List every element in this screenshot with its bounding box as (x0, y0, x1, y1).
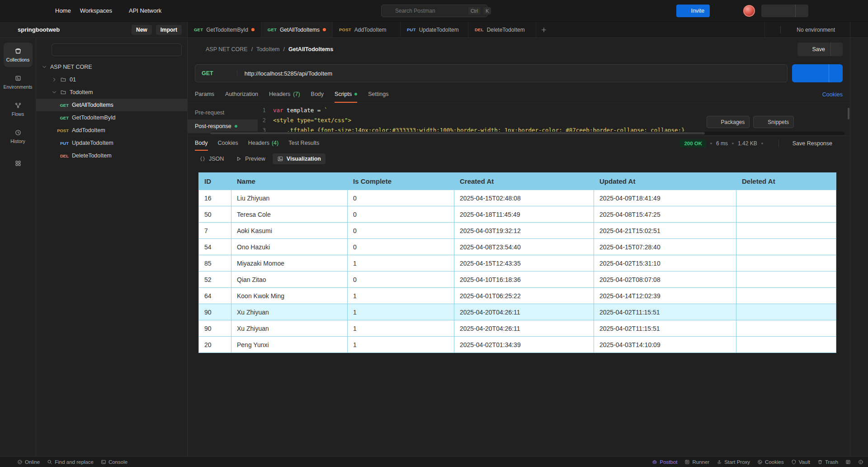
breadcrumb-segment[interactable]: TodoItem (256, 46, 279, 52)
new-tab-button[interactable] (536, 22, 552, 38)
tree-request-deletetodoitem[interactable]: DELDeleteTodoItem (36, 149, 187, 162)
table-row[interactable]: 20Peng Yunxi12025-04-02T01:34:392025-04-… (199, 337, 836, 353)
sidebar-rail-item-history[interactable]: History (4, 124, 33, 148)
request-tab-body[interactable]: Body (311, 86, 324, 103)
window-minimize-button[interactable] (817, 4, 831, 18)
chevron-down-icon[interactable] (833, 71, 839, 76)
statusbar-console[interactable]: Console (101, 459, 127, 465)
request-tab-authorization[interactable]: Authorization (225, 86, 258, 103)
tab-deletetodoitem[interactable]: DELDeleteTodoItem (468, 22, 536, 38)
tab-addtodoitem[interactable]: POSTAddTodoItem (333, 22, 401, 38)
editor-horizontal-scrollbar[interactable] (210, 132, 844, 135)
chevron-down-icon[interactable] (799, 8, 805, 14)
request-tab-params[interactable]: Params (195, 86, 214, 103)
upgrade-button[interactable]: Upgrade (761, 5, 808, 17)
statusbar-find-and-replace[interactable]: Find and replace (47, 459, 94, 465)
table-row[interactable]: 52Qian Zitao02025-04-10T16:18:362025-04-… (199, 272, 836, 288)
import-button[interactable]: Import (156, 25, 182, 35)
hamburger-menu-icon[interactable] (6, 7, 14, 14)
response-tab-headers[interactable]: Headers(4) (248, 136, 279, 151)
invite-button[interactable]: Invite (676, 5, 710, 17)
statusbar-layout-button[interactable] (845, 459, 851, 465)
nav-forward-icon[interactable] (39, 7, 46, 14)
tab-updatetodoitem[interactable]: PUTUpdateTodoItem (401, 22, 468, 38)
response-tab-cookies[interactable]: Cookies (218, 136, 238, 151)
info-button[interactable] (850, 134, 868, 156)
wrap-code-icon[interactable] (809, 156, 816, 162)
tab-gettodoitembyid[interactable]: GETGetTodoItemById (188, 22, 261, 38)
nav-back-icon[interactable] (23, 7, 30, 14)
tree-folder-01[interactable]: 01 (36, 73, 187, 86)
refresh-icon[interactable] (823, 156, 829, 162)
statusbar-runner[interactable]: Runner (684, 459, 709, 465)
editor-vertical-scrollbar[interactable] (848, 108, 849, 119)
table-row[interactable]: 85Miyazaki Momoe12025-04-15T12:43:352025… (199, 255, 836, 272)
tree-request-gettodoitembyid[interactable]: GETGetTodoItemById (36, 111, 187, 124)
sidebar-rail-item-flows[interactable]: Flows (4, 97, 33, 121)
response-tab-body[interactable]: Body (195, 136, 208, 151)
packages-button[interactable]: Packages (707, 116, 750, 128)
settings-gear-icon[interactable] (716, 7, 723, 14)
editor-options-button[interactable] (813, 116, 826, 128)
view-json[interactable]: JSON (195, 153, 228, 164)
sidebar-rail-item-environments[interactable]: Environments (4, 70, 33, 94)
tree-request-addtodoitem[interactable]: POSTAddTodoItem (36, 124, 187, 137)
tree-folder-todoitem[interactable]: TodoItem (36, 86, 187, 99)
table-row[interactable]: 50Teresa Cole02025-04-18T11:45:492025-04… (199, 206, 836, 223)
cookies-link[interactable]: Cookies (822, 91, 843, 98)
statusbar-start-proxy[interactable]: Start Proxy (717, 459, 750, 465)
window-restore-button[interactable] (833, 4, 846, 18)
request-tab-settings[interactable]: Settings (368, 86, 388, 103)
save-response-button[interactable]: Save Response (783, 140, 832, 147)
method-dropdown[interactable]: GET (195, 70, 237, 76)
search-input[interactable] (395, 8, 465, 14)
table-row[interactable]: 54Ono Hazuki02025-04-08T23:54:402025-04-… (199, 239, 836, 255)
sidebar-rail-item-more-grid[interactable] (4, 151, 33, 176)
user-avatar[interactable] (743, 5, 755, 17)
global-search[interactable]: Ctrl K (381, 5, 488, 17)
response-history-clock-icon[interactable] (329, 140, 335, 147)
statusbar-vault[interactable]: Vault (791, 459, 810, 465)
statusbar-cookies[interactable]: Cookies (757, 459, 784, 465)
request-tab-scripts[interactable]: Scripts (335, 86, 357, 103)
copy-link-icon[interactable] (836, 156, 843, 162)
table-row[interactable]: 90Xu Zhiyuan12025-04-20T04:26:112025-04-… (199, 304, 836, 320)
comments-button[interactable] (850, 69, 868, 91)
nav-workspaces[interactable]: Workspaces (80, 7, 120, 14)
environment-quick-look-icon[interactable] (856, 27, 863, 33)
statusbar-postbot[interactable]: Postbot (652, 459, 677, 465)
window-close-button[interactable] (848, 4, 862, 18)
statusbar-online[interactable]: Online (17, 459, 40, 465)
nav-home[interactable]: Home (55, 7, 71, 14)
statusbar-trash[interactable]: Trash (817, 459, 838, 465)
table-row[interactable]: 16Liu Zhiyuan02025-04-15T02:48:082025-04… (199, 190, 836, 206)
collection-filter-box[interactable] (52, 43, 182, 56)
request-tab-headers[interactable]: Headers(7) (269, 86, 300, 103)
tree-root-asp-net-core[interactable]: ASP NET CORE (36, 61, 187, 73)
notifications-bell-icon[interactable] (730, 7, 737, 14)
pre-request-tab[interactable]: Pre-request (188, 106, 258, 119)
related-requests-button[interactable] (850, 112, 868, 134)
post-response-tab[interactable]: Post-response (188, 119, 258, 133)
tab-getalltodoitems[interactable]: GETGetAllTodoItems (261, 22, 333, 38)
response-more-options-icon[interactable] (836, 140, 843, 147)
snippets-button[interactable]: Snippets (753, 116, 794, 128)
breadcrumb-segment[interactable]: ASP NET CORE (206, 46, 248, 52)
collection-filter-input[interactable] (65, 47, 178, 53)
breadcrumb-segment[interactable]: GetAllTodoItems (288, 46, 333, 52)
tree-request-getalltodoitems[interactable]: GETGetAllTodoItems (36, 99, 187, 111)
table-row[interactable]: 64Koon Kwok Ming12025-04-01T06:25:222025… (199, 288, 836, 304)
tree-request-updatetodoitem[interactable]: PUTUpdateTodoItem (36, 137, 187, 149)
new-button[interactable]: New (132, 25, 152, 35)
table-row[interactable]: 7Aoki Kasumi02025-04-03T19:32:122025-04-… (199, 223, 836, 239)
add-collection-plus-icon[interactable] (41, 46, 48, 53)
nav-api-network[interactable]: API Network (129, 7, 161, 14)
tab-overflow-chevron-icon[interactable] (769, 27, 776, 33)
ask-postbot-button[interactable] (797, 116, 810, 128)
save-button[interactable]: Save (797, 43, 843, 56)
documentation-button[interactable] (850, 47, 868, 69)
toggle-sidebar-icon[interactable] (5, 459, 10, 465)
code-snippet-button[interactable] (850, 91, 868, 112)
chevron-down-icon[interactable] (834, 47, 840, 52)
view-preview[interactable]: Preview (231, 153, 269, 164)
